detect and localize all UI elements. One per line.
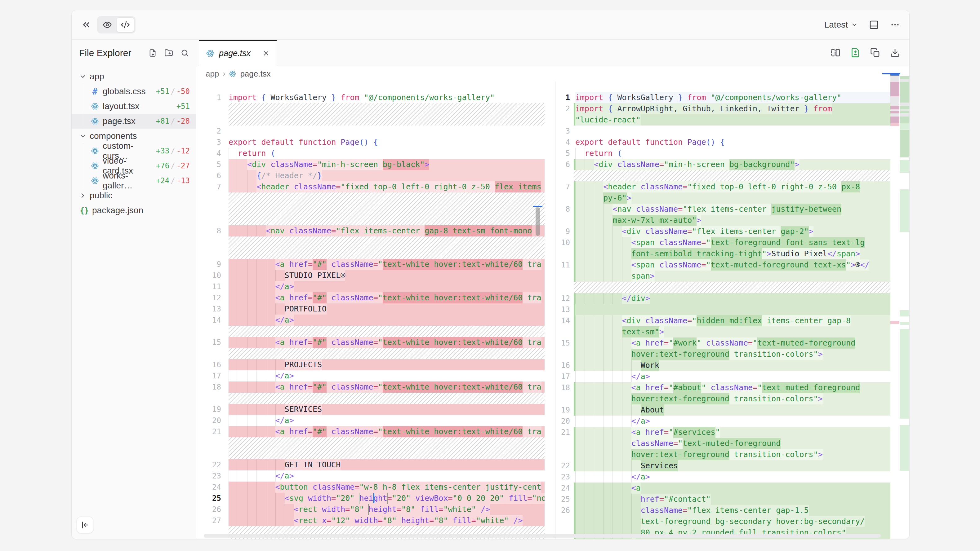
code-line[interactable]: 17</a> (556, 371, 891, 382)
code-line[interactable]: hover:text-foreground transition-colors"… (556, 449, 891, 460)
code-line[interactable]: 10<span className="text-foreground font-… (556, 237, 891, 248)
code-line[interactable]: 26<rect width="8" height="8" fill="white… (196, 504, 555, 515)
minimap-block (890, 76, 899, 82)
code-line[interactable]: text-sm"> (556, 326, 891, 337)
code-line[interactable]: max-w-7xl mx-auto"> (556, 215, 891, 226)
code-line[interactable]: 3export default function Page() { (196, 137, 555, 148)
diff-gap-row (196, 348, 555, 359)
line-number (556, 114, 574, 125)
code-line[interactable]: text-foreground bg-secondary hover:bg-se… (556, 516, 891, 527)
code-line[interactable]: 8<nav className="flex items-center gap-8… (196, 225, 555, 237)
tree-item-package.json[interactable]: {}package.json (72, 203, 196, 218)
code-line[interactable]: 21<a href="#services" (556, 427, 891, 438)
code-line[interactable]: className="text-muted-foreground (556, 438, 891, 449)
code-line[interactable]: 5<div className="min-h-screen bg-black"> (196, 159, 555, 170)
new-file-button[interactable] (148, 49, 157, 57)
code-line[interactable]: 4export default function Page() { (556, 137, 891, 148)
vertical-scrollbar[interactable] (536, 207, 540, 236)
code-line[interactable]: 15<a href="#work" className="text-muted-… (556, 337, 891, 349)
tree-item-public[interactable]: public (72, 188, 196, 203)
version-dropdown[interactable]: Latest (824, 20, 858, 30)
code-line[interactable]: 25<svg width="20" height="20" viewBox="0… (196, 493, 555, 504)
code-line[interactable]: 17</a> (196, 370, 555, 381)
code-line[interactable]: 19About (556, 405, 891, 416)
code-line[interactable]: 1import { WorksGallery } from "@/compone… (196, 92, 555, 103)
tree-item-layout.tsx[interactable]: layout.tsx+51 (72, 99, 196, 114)
code-line[interactable]: 16Work (556, 360, 891, 371)
code-line[interactable]: 12<a href="#" className="text-white hove… (196, 292, 555, 303)
code-line[interactable]: 1import { WorksGallery } from "@/compone… (556, 92, 891, 103)
code-line[interactable]: 10STUDIO PIXEL® (196, 270, 555, 281)
code-line[interactable]: 24<a (556, 483, 891, 494)
code-line[interactable]: 11</a> (196, 281, 555, 292)
code-line[interactable]: 9<a href="#" className="text-white hover… (196, 259, 555, 270)
line-number (556, 449, 574, 460)
code-line[interactable]: 13 (556, 304, 891, 315)
copy-code-button[interactable] (870, 48, 880, 58)
download-icon (890, 48, 900, 58)
tab-page-tsx[interactable]: page.tsx (199, 40, 277, 66)
code-line[interactable]: 27<rect x="12" width="8" height="8" fill… (196, 515, 555, 526)
code-line[interactable]: span> (556, 270, 891, 282)
code-line[interactable]: 4return ( (196, 148, 555, 159)
code-line[interactable]: 2import { ArrowUpRight, Github, Linkedin… (556, 103, 891, 114)
code-toggle[interactable] (116, 17, 134, 32)
code-line[interactable]: 15<a href="#" className="text-white hove… (196, 337, 555, 348)
code-line[interactable]: 12</div> (556, 293, 891, 304)
code-line[interactable]: 26className="flex items-center gap-1.5 (556, 505, 891, 516)
tree-item-page.tsx[interactable]: page.tsx+81/-28 (72, 114, 196, 129)
code-line[interactable]: hover:text-foreground transition-colors"… (556, 393, 891, 405)
code-line[interactable]: 14<div className="hidden md:flex items-c… (556, 315, 891, 326)
code-line[interactable]: 25href="#contact" (556, 494, 891, 505)
horizontal-scrollbar[interactable] (204, 534, 881, 538)
panel-layout-button[interactable] (869, 20, 879, 30)
code-line[interactable]: 11<span className="text-muted-foreground… (556, 259, 891, 270)
code-line[interactable]: 6{/* Header */} (196, 170, 555, 181)
code-line[interactable]: font-semibold tracking-tight">Studio Pix… (556, 248, 891, 259)
code-line[interactable]: hover:text-foreground transition-colors"… (556, 349, 891, 360)
preview-toggle[interactable] (98, 17, 116, 32)
code-line[interactable]: 19SERVICES (196, 404, 555, 415)
close-tab-button[interactable] (262, 49, 270, 57)
code-line[interactable]: 16PROJECTS (196, 359, 555, 370)
code-line[interactable]: 22GET IN TOUCH (196, 459, 555, 470)
code-line[interactable]: 24<button className="w-8 h-8 flex items-… (196, 481, 555, 493)
code-line[interactable]: 7<header className="fixed top-0 left-0 r… (556, 181, 891, 192)
code-line[interactable]: 7<header className="fixed top-0 left-0 r… (196, 181, 555, 192)
line-number: 5 (556, 148, 574, 159)
collapse-sidebar-button[interactable] (76, 517, 93, 534)
code-line[interactable]: "lucide-react" (556, 114, 891, 125)
code-line[interactable]: py-6"> (556, 192, 891, 203)
tab-bar: page.tsx (196, 40, 909, 66)
view-diff-button[interactable] (850, 48, 860, 58)
code-line[interactable]: 22Services (556, 460, 891, 472)
code-line[interactable]: 18<a href="#about" className="text-muted… (556, 382, 891, 393)
diff-minimap[interactable] (890, 66, 909, 539)
tree-item-globals.css[interactable]: #globals.css+51/-50 (72, 84, 196, 99)
more-options-button[interactable] (890, 20, 900, 30)
download-button[interactable] (890, 48, 900, 58)
split-view-button[interactable] (830, 48, 840, 58)
collapse-panel-button[interactable] (81, 19, 91, 30)
new-folder-button[interactable] (164, 49, 173, 57)
search-files-button[interactable] (180, 49, 189, 57)
tree-item-app[interactable]: app (72, 69, 196, 84)
tree-item-works-galler…[interactable]: works-galler…+24/-13 (72, 173, 196, 188)
code-line[interactable]: 2 (196, 125, 555, 137)
code-line[interactable]: 21<a href="#" className="text-white hove… (196, 426, 555, 437)
code-line[interactable]: 14</a> (196, 314, 555, 326)
code-line[interactable]: 8<nav className="flex items-center justi… (556, 203, 891, 215)
code-line[interactable]: 23</a> (196, 470, 555, 481)
breadcrumb-folder[interactable]: app (205, 69, 219, 79)
code-line[interactable]: 6<div className="min-h-screen bg-backgro… (556, 159, 891, 170)
code-line[interactable]: 23</a> (556, 472, 891, 483)
code-line[interactable]: 27> (556, 538, 891, 539)
code-line[interactable]: 5return ( (556, 148, 891, 159)
code-line[interactable]: 18<a href="#" className="text-white hove… (196, 381, 555, 393)
code-line[interactable]: 13PORTFOLIO (196, 303, 555, 314)
code-line[interactable]: 9<div className="flex items-center gap-2… (556, 226, 891, 237)
code-line[interactable]: 20</a> (196, 415, 555, 426)
code-line[interactable]: 3 (556, 125, 891, 137)
react-icon (206, 49, 215, 58)
code-line[interactable]: 20</a> (556, 416, 891, 427)
